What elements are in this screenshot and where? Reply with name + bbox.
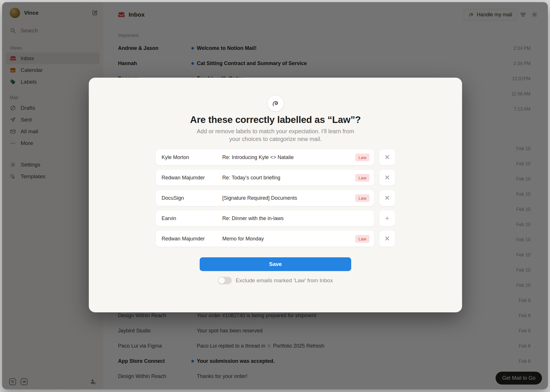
- modal-email-row: DocuSign [Signature Required] Documents …: [156, 190, 395, 206]
- law-label-badge[interactable]: Law: [355, 235, 370, 243]
- close-icon: ✕: [384, 194, 390, 202]
- law-label-badge[interactable]: Law: [355, 194, 370, 202]
- toggle-knob: [219, 277, 225, 284]
- email-subject: Re: Dinner with the in-laws: [222, 215, 370, 222]
- add-label-button[interactable]: +: [379, 210, 395, 226]
- modal-title: Are these correctly labelled as “Law”?: [89, 114, 462, 125]
- email-subject: Re: Introducing Kyle <> Natalie: [222, 154, 355, 160]
- email-card: Redwan Majumder Memo for Monday Law: [156, 231, 374, 247]
- close-icon: ✕: [384, 235, 390, 243]
- modal-email-row: Earvin Re: Dinner with the in-laws +: [156, 210, 395, 226]
- email-sender: Redwan Majumder: [162, 236, 222, 242]
- exclude-law-toggle-label: Exclude emails marked ‘Law’ from Inbox: [236, 277, 333, 284]
- modal-subtitle: Add or remove labels to match your expec…: [192, 128, 359, 143]
- email-subject: Memo for Monday: [222, 236, 355, 242]
- remove-label-button[interactable]: ✕: [379, 170, 395, 186]
- email-sender: DocuSign: [162, 195, 222, 201]
- remove-label-button[interactable]: ✕: [379, 231, 395, 247]
- modal-email-row: Redwan Majumder Re: Today’s court briefi…: [156, 170, 395, 186]
- email-card: Redwan Majumder Re: Today’s court briefi…: [156, 170, 374, 186]
- ai-lasso-icon: [268, 95, 284, 111]
- law-label-badge[interactable]: Law: [355, 174, 370, 182]
- modal-email-list: Kyle Morton Re: Introducing Kyle <> Nata…: [89, 149, 462, 247]
- modal-email-row: Kyle Morton Re: Introducing Kyle <> Nata…: [156, 149, 395, 165]
- plus-icon: +: [385, 214, 389, 222]
- remove-label-button[interactable]: ✕: [379, 190, 395, 206]
- email-sender: Redwan Majumder: [162, 175, 222, 181]
- remove-label-button[interactable]: ✕: [379, 149, 395, 165]
- email-subject: Re: Today’s court briefing: [222, 175, 355, 181]
- close-icon: ✕: [384, 153, 390, 161]
- app-window: Vince Search Views: [2, 2, 548, 389]
- email-card: Kyle Morton Re: Introducing Kyle <> Nata…: [156, 149, 374, 165]
- close-icon: ✕: [384, 174, 390, 182]
- email-subject: [Signature Required] Documents: [222, 195, 355, 201]
- law-label-badge[interactable]: Law: [355, 154, 370, 161]
- email-sender: Earvin: [162, 215, 222, 222]
- modal-email-row: Redwan Majumder Memo for Monday Law ✕: [156, 231, 395, 247]
- exclude-law-toggle[interactable]: [218, 277, 232, 284]
- label-review-modal: Are these correctly labelled as “Law”? A…: [89, 78, 462, 312]
- save-button[interactable]: Save: [200, 257, 351, 271]
- email-card: Earvin Re: Dinner with the in-laws: [156, 210, 374, 226]
- email-card: DocuSign [Signature Required] Documents …: [156, 190, 374, 206]
- email-sender: Kyle Morton: [162, 154, 222, 160]
